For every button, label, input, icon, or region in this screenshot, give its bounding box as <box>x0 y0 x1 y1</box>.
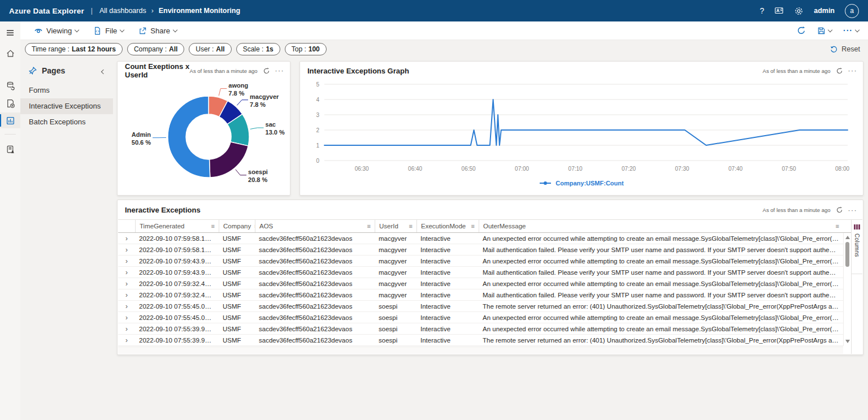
scroll-down-icon[interactable] <box>845 340 850 343</box>
cell-userid: macgyver <box>375 269 416 276</box>
column-header-aos[interactable]: AOS≡ <box>255 220 375 232</box>
table-row[interactable]: ›2022-09-10 07:59:32.4980USMFsacdev36fec… <box>118 289 862 301</box>
more-options-button[interactable]: ··· <box>843 28 859 33</box>
breadcrumb-all-dashboards[interactable]: All dashboards <box>99 7 146 15</box>
row-expand-chevron-icon[interactable]: › <box>118 325 135 333</box>
table-row[interactable]: ›2022-09-10 07:55:45.0670USMFsacdev36fec… <box>118 312 862 323</box>
column-menu-icon[interactable]: ≡ <box>836 223 839 230</box>
filter-pill[interactable]: Scale :1s <box>236 43 280 55</box>
row-expand-chevron-icon[interactable]: › <box>118 269 135 276</box>
page-item-forms[interactable]: Forms <box>20 83 113 98</box>
cell-aos: sacdev36fecff560a21623devaos <box>255 280 375 287</box>
line-card-title: Interactive Exceptions Graph <box>307 67 409 75</box>
cell-outermessage: Mail authentication failed. Please verif… <box>479 246 843 253</box>
cell-aos: sacdev36fecff560a21623devaos <box>255 292 375 298</box>
donut-slice-percent: 20.8 % <box>248 176 267 183</box>
more-icon[interactable]: ··· <box>848 68 858 73</box>
column-header-outermessage[interactable]: OuterMessage≡ <box>479 220 843 232</box>
refresh-icon[interactable] <box>836 67 843 75</box>
feedback-icon[interactable] <box>774 6 784 16</box>
row-expand-chevron-icon[interactable]: › <box>118 291 135 299</box>
cell-company: USMF <box>219 280 255 287</box>
table-row[interactable]: ›2022-09-10 07:59:43.9770USMFsacdev36fec… <box>118 267 862 278</box>
donut-slice-Admin[interactable] <box>168 96 210 177</box>
line-as-of-text: As of less than a minute ago <box>763 68 831 74</box>
donut-label-leader <box>236 170 246 175</box>
column-menu-icon[interactable]: ≡ <box>409 223 413 230</box>
table-row[interactable]: ›2022-09-10 07:59:32.4980USMFsacdev36fec… <box>118 278 862 289</box>
donut-slice-soespi[interactable] <box>210 142 249 177</box>
share-menu-button[interactable]: Share <box>138 27 177 35</box>
chart-legend[interactable]: Company:USMF:Count <box>300 176 863 190</box>
row-expand-chevron-icon[interactable]: › <box>118 257 135 265</box>
cell-timegenerated: 2022-09-10 07:59:32.4980 <box>135 292 219 298</box>
column-menu-icon[interactable]: ≡ <box>471 223 475 230</box>
more-icon[interactable]: ··· <box>275 68 285 73</box>
settings-gear-icon[interactable] <box>794 6 804 16</box>
row-expand-chevron-icon[interactable]: › <box>118 314 135 322</box>
cell-executionmode: Interactive <box>416 258 479 265</box>
home-icon[interactable] <box>0 45 20 61</box>
query-icon[interactable] <box>0 96 20 111</box>
vertical-scrollbar[interactable] <box>843 233 851 346</box>
x-axis-tick-label: 06:50 <box>462 166 476 172</box>
legend-label: Company:USMF:Count <box>555 180 623 187</box>
more-icon[interactable]: ··· <box>848 208 858 213</box>
columns-tab[interactable]: Columns <box>852 220 862 274</box>
viewing-menu-button[interactable]: Viewing <box>34 26 79 35</box>
row-expand-chevron-icon[interactable]: › <box>118 302 135 310</box>
help-icon[interactable]: ? <box>760 6 764 15</box>
page-item-interactive-exceptions[interactable]: Interactive Exceptions <box>20 98 113 114</box>
menu-icon[interactable] <box>0 25 20 41</box>
row-expand-chevron-icon[interactable]: › <box>118 235 135 243</box>
cell-outermessage: The remote server returned an error: (40… <box>479 337 843 344</box>
column-header-company[interactable]: Company≡ <box>219 220 255 232</box>
more-icon: ··· <box>843 28 853 33</box>
column-menu-icon[interactable]: ≡ <box>367 223 371 230</box>
scroll-up-icon[interactable] <box>845 236 850 239</box>
horizontal-scrollbar[interactable] <box>118 347 843 354</box>
filter-bar: Time range :Last 12 hoursCompany :AllUse… <box>20 40 868 58</box>
file-label: File <box>105 27 117 35</box>
data-icon[interactable] <box>0 77 20 93</box>
cluster-icon[interactable] <box>0 141 20 157</box>
table-row[interactable]: ›2022-09-10 07:55:39.9810USMFsacdev36fec… <box>118 335 862 346</box>
cell-aos: sacdev36fecff560a21623devaos <box>255 246 375 253</box>
row-expand-chevron-icon[interactable]: › <box>118 336 135 344</box>
row-expand-chevron-icon[interactable]: › <box>118 246 135 254</box>
column-header-executionmode[interactable]: ExecutionMode≡ <box>416 220 479 232</box>
column-header-timegenerated[interactable]: TimeGenerated≡ <box>135 220 219 232</box>
table-row[interactable]: ›2022-09-10 07:59:43.9770USMFsacdev36fec… <box>118 256 862 267</box>
scrollbar-thumb[interactable] <box>845 242 849 267</box>
refresh-icon[interactable] <box>836 206 843 214</box>
avatar[interactable]: a <box>845 4 859 18</box>
line-chart-card: Interactive Exceptions Graph As of less … <box>300 61 863 196</box>
dashboard-toolbar: Viewing File Share <box>20 21 868 40</box>
refresh-icon[interactable] <box>263 67 270 75</box>
table-row[interactable]: ›2022-09-10 07:55:45.0670USMFsacdev36fec… <box>118 301 862 312</box>
table-row[interactable]: ›2022-09-10 07:55:39.9810USMFsacdev36fec… <box>118 323 862 335</box>
cell-timegenerated: 2022-09-10 07:55:45.0670 <box>135 314 219 321</box>
navbar-divider: | <box>91 7 93 15</box>
save-button[interactable] <box>817 27 832 35</box>
filter-pill[interactable]: Time range :Last 12 hours <box>25 43 123 55</box>
page-item-batch-exceptions[interactable]: Batch Exceptions <box>20 114 113 130</box>
column-header-userid[interactable]: UserId≡ <box>375 220 416 232</box>
filter-pill[interactable]: User :All <box>189 43 231 55</box>
filter-pill[interactable]: Top :100 <box>285 43 327 55</box>
cell-userid: macgyver <box>375 235 416 242</box>
file-menu-button[interactable]: File <box>93 27 124 35</box>
user-name[interactable]: admin <box>814 7 835 15</box>
pages-icon <box>28 66 37 75</box>
table-row[interactable]: ›2022-09-10 07:59:58.1340USMFsacdev36fec… <box>118 244 862 256</box>
filter-pill[interactable]: Company :All <box>127 43 184 55</box>
reset-button[interactable]: Reset <box>830 45 860 53</box>
table-row[interactable]: ›2022-09-10 07:59:58.1500USMFsacdev36fec… <box>118 233 862 244</box>
refresh-button[interactable] <box>797 26 806 35</box>
collapse-panel-icon[interactable] <box>99 64 107 77</box>
column-menu-icon[interactable]: ≡ <box>211 223 215 230</box>
x-axis-tick-label: 07:30 <box>675 166 689 172</box>
dashboards-icon[interactable] <box>0 112 20 128</box>
row-expand-chevron-icon[interactable]: › <box>118 280 135 288</box>
cell-aos: sacdev36fecff560a21623devaos <box>255 326 375 332</box>
